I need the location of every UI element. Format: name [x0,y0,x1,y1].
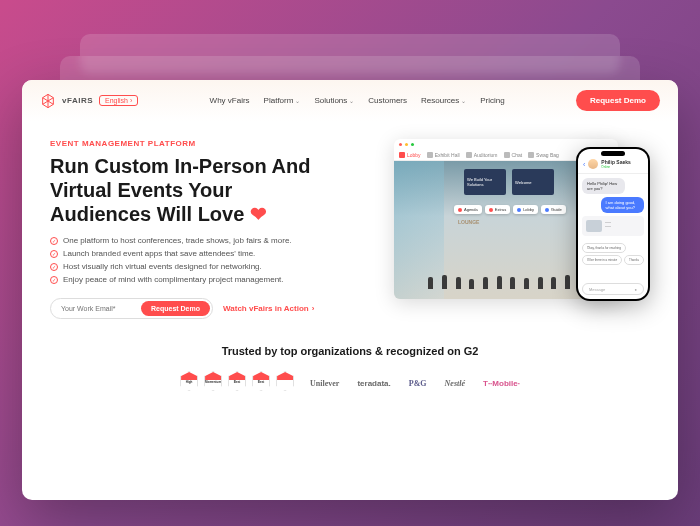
card-text: ———— [605,220,640,232]
quick-reply[interactable]: I'll be there in a minute [582,255,622,265]
card-image-icon [586,220,602,232]
bullet-item: Host visually rich virtual events design… [50,262,378,271]
partner-nestle: Nestlé [445,379,465,388]
g2-badges: High Momentum Best Best [180,371,296,395]
dot-icon [517,208,521,212]
chevron-down-icon: ⌄ [295,97,300,104]
check-icon [50,237,58,245]
presentation-icon [466,152,472,158]
chat-thread: Hello Philip! How are you? I am doing go… [578,174,648,243]
chevron-right-icon: › [312,304,315,313]
trusted-section: Trusted by top organizations & recognize… [22,333,678,403]
email-submit-button[interactable]: Request Demo [141,301,210,316]
mic-icon[interactable]: ● [635,287,637,292]
nav-why[interactable]: Why vFairs [210,96,250,105]
minimize-dot-icon [405,143,408,146]
heart-icon: ❤ [250,203,267,225]
hero-preview: Lobby Exhibit Hall Auditorium Chat Swag … [394,139,650,319]
eyebrow-text: EVENT MANAGEMENT PLATFORM [50,139,378,148]
wall-panels: We Build Your Solutions Welcome [464,169,554,195]
tab-chat[interactable]: Chat [504,152,523,158]
headline: Run Custom In-Person And Virtual Events … [50,154,378,226]
vfairs-logo-icon [40,93,56,109]
phone-mockup: ‹ Philip Saeks Online Hello Philip! How … [576,147,650,301]
lounge-sign: LOUNGE [458,219,479,225]
dot-icon [545,208,549,212]
pill-extras[interactable]: Extras [485,205,510,214]
tab-lobby[interactable]: Lobby [399,152,421,158]
trusted-title: Trusted by top organizations & recognize… [22,345,678,357]
status-badge: Online [601,165,630,169]
g2-badge: Best [252,371,272,395]
quick-reply[interactable]: Okay, thanks for reaching [582,243,626,253]
g2-badge: Best [228,371,248,395]
tab-auditorium[interactable]: Auditorium [466,152,498,158]
chevron-down-icon: ⌄ [349,97,354,104]
feature-bullets: One platform to host conferences, trade … [50,236,378,284]
language-label: English [105,97,128,104]
chevron-right-icon: › [130,97,132,104]
watch-video-link[interactable]: Watch vFairs in Action › [223,304,314,313]
avatar [588,159,598,169]
pill-lobby[interactable]: Lobby [513,205,538,214]
back-icon[interactable]: ‹ [583,161,585,168]
check-icon [50,276,58,284]
partner-pg: P&G [409,379,427,388]
primary-nav: Why vFairs Platform⌄ Solutions⌄ Customer… [210,96,505,105]
cta-row: Request Demo Watch vFairs in Action › [50,298,378,319]
partner-logos: Unilever teradata. P&G Nestlé T··Mobile· [310,379,520,388]
crowd-illustration [424,239,588,289]
quick-replies: Okay, thanks for reaching I'll be there … [578,243,648,265]
hero-section: EVENT MANAGEMENT PLATFORM Run Custom In-… [22,121,678,333]
chat-message-out: I am doing good, what about you? [601,197,644,213]
quick-reply[interactable]: Thanks [624,255,644,265]
partner-tmobile: T··Mobile· [483,379,520,388]
chat-message-in: Hello Philip! How are you? [582,178,625,194]
chevron-down-icon: ⌄ [461,97,466,104]
partner-teradata: teradata. [357,379,390,388]
grid-icon [427,152,433,158]
bag-icon [528,152,534,158]
language-selector[interactable]: English › [99,95,138,106]
request-demo-button[interactable]: Request Demo [576,90,660,111]
badges-row: High Momentum Best Best Unilever teradat… [22,371,678,395]
brand-name: vFAIRS [62,96,93,105]
lobby-pills: Agenda Extras Lobby Guide [454,205,566,214]
close-dot-icon [399,143,402,146]
nav-solutions[interactable]: Solutions⌄ [314,96,354,105]
g2-badge: Momentum [204,371,224,395]
site-header: vFAIRS English › Why vFairs Platform⌄ So… [22,80,678,121]
tab-exhibit[interactable]: Exhibit Hall [427,152,460,158]
chat-input[interactable]: Message ● [582,283,644,295]
logo-area: vFAIRS English › [40,93,138,109]
chat-icon [504,152,510,158]
bullet-item: Launch branded event apps that save atte… [50,249,378,258]
g2-badge [276,371,296,395]
bullet-item: One platform to host conferences, trade … [50,236,378,245]
hero-content: EVENT MANAGEMENT PLATFORM Run Custom In-… [50,139,378,319]
phone-screen: ‹ Philip Saeks Online Hello Philip! How … [578,149,648,299]
bullet-item: Enjoy peace of mind with complimentary p… [50,275,378,284]
email-input[interactable] [61,305,141,312]
email-form: Request Demo [50,298,213,319]
nav-platform[interactable]: Platform⌄ [264,96,301,105]
wall-panel: Welcome [512,169,554,195]
nav-pricing[interactable]: Pricing [480,96,504,105]
partner-unilever: Unilever [310,379,339,388]
nav-customers[interactable]: Customers [368,96,407,105]
pill-agenda[interactable]: Agenda [454,205,482,214]
pill-guide[interactable]: Guide [541,205,566,214]
chat-card[interactable]: ———— [582,216,644,236]
dot-icon [489,208,493,212]
nav-resources[interactable]: Resources⌄ [421,96,466,105]
main-window: vFAIRS English › Why vFairs Platform⌄ So… [22,80,678,500]
dot-icon [458,208,462,212]
home-icon [399,152,405,158]
phone-notch [601,151,625,156]
check-icon [50,250,58,258]
g2-badge: High [180,371,200,395]
maximize-dot-icon [411,143,414,146]
wall-panel: We Build Your Solutions [464,169,506,195]
check-icon [50,263,58,271]
tab-swag[interactable]: Swag Bag [528,152,559,158]
